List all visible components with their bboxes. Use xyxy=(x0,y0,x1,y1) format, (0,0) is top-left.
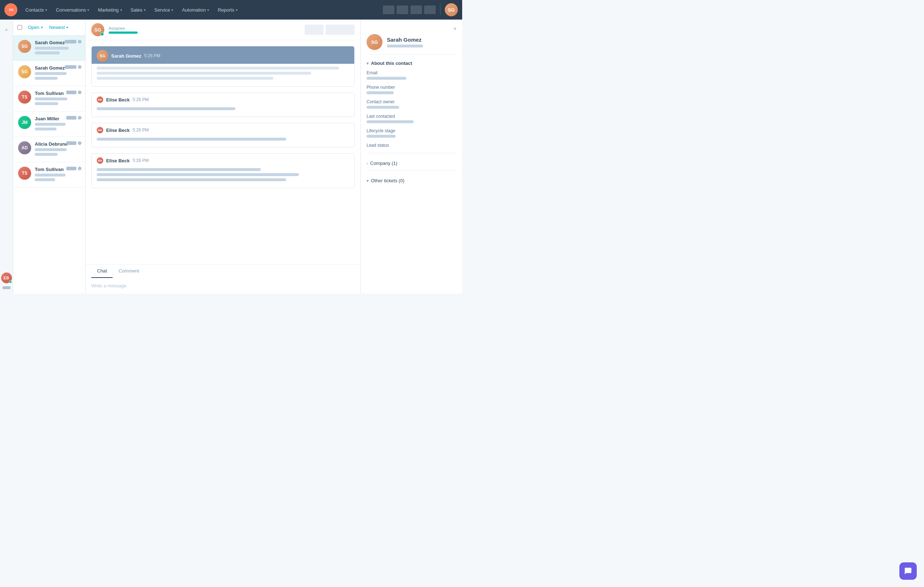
field-email: Email xyxy=(366,70,456,80)
assignee-info: Assignee xyxy=(109,26,300,34)
nav-service[interactable]: Service ▾ xyxy=(151,5,177,15)
conv-badges xyxy=(65,40,81,43)
sidebar-bottom: EB xyxy=(1,273,12,289)
badge-dot xyxy=(78,91,81,94)
message-input[interactable]: Write a message xyxy=(86,278,360,293)
conv-item[interactable]: SG Sarah Gomez xyxy=(13,35,85,61)
msg-line xyxy=(97,173,299,176)
conv-preview-line2 xyxy=(35,77,58,80)
msg-line xyxy=(97,178,286,181)
current-user-avatar[interactable]: EB xyxy=(1,273,12,283)
nav-btn-3[interactable] xyxy=(410,5,422,14)
navbar-right: SG xyxy=(383,3,458,16)
sidebar-toggle: » EB xyxy=(0,20,13,293)
field-lead-status: Lead status xyxy=(366,143,456,148)
newest-filter[interactable]: Newest ▾ xyxy=(47,23,70,31)
owner-value-bar xyxy=(366,106,399,109)
panel-expand-row: » xyxy=(366,25,456,31)
phone-value-bar xyxy=(366,91,394,94)
about-chevron-icon: ▾ xyxy=(366,61,369,66)
expand-panel-icon[interactable]: » xyxy=(454,25,456,31)
header-btn-1[interactable] xyxy=(305,25,323,35)
field-lifecycle: Lifecycle stage xyxy=(366,128,456,138)
navbar: HS Contacts ▾ Conversations ▾ Marketing … xyxy=(0,0,462,20)
tab-comment[interactable]: Comment xyxy=(113,265,145,278)
conv-avatar: SG xyxy=(18,40,31,53)
company-expand-row[interactable]: › Company (1) xyxy=(366,158,456,169)
receiver-header-1: EB Elise Beck 5:26 PM xyxy=(92,93,354,105)
conv-item[interactable]: AD Alicia Debrune xyxy=(13,137,85,162)
contact-header: SG Sarah Gomez xyxy=(366,34,456,55)
sales-chevron-icon: ▾ xyxy=(144,8,145,12)
nav-conversations[interactable]: Conversations ▾ xyxy=(52,5,93,15)
message-bubble-receiver-1: EB Elise Beck 5:26 PM xyxy=(91,93,355,117)
newest-filter-chevron-icon: ▾ xyxy=(66,25,68,29)
header-btn-2[interactable] xyxy=(326,25,355,35)
nav-btn-2[interactable] xyxy=(397,5,408,14)
tickets-section: ▾ Other tickets (0) xyxy=(366,170,456,186)
conv-avatar: TS xyxy=(18,167,31,180)
msg-line xyxy=(97,107,236,110)
open-filter[interactable]: Open ▾ xyxy=(26,23,45,31)
nav-btn-4[interactable] xyxy=(424,5,436,14)
reports-chevron-icon: ▾ xyxy=(236,8,238,12)
conv-badges xyxy=(66,91,81,94)
nav-sales[interactable]: Sales ▾ xyxy=(127,5,150,15)
conv-badges xyxy=(66,167,81,170)
conv-items: SG Sarah Gomez SG Sarah Gomez xyxy=(13,35,85,293)
conv-item[interactable]: SG Sarah Gomez xyxy=(13,61,85,86)
right-panel: » SG Sarah Gomez ▾ About this contact Em… xyxy=(361,20,462,293)
conv-list-header: Open ▾ Newest ▾ xyxy=(13,20,85,35)
conv-badges xyxy=(65,65,81,69)
nav-marketing[interactable]: Marketing ▾ xyxy=(94,5,125,15)
msg-line xyxy=(97,138,286,141)
conv-item[interactable]: JM Juan Miller xyxy=(13,112,85,137)
open-filter-chevron-icon: ▾ xyxy=(41,25,43,29)
hubspot-logo[interactable]: HS xyxy=(4,3,17,16)
contact-subtitle-bar xyxy=(387,45,423,48)
tab-chat[interactable]: Chat xyxy=(91,265,113,278)
select-all-checkbox[interactable] xyxy=(17,25,22,30)
about-section-header[interactable]: ▾ About this contact xyxy=(366,61,456,66)
messages-area: SG Sarah Gomez 5:26 PM EB Elise Be xyxy=(86,40,360,264)
conv-badges xyxy=(66,141,81,145)
conv-preview-line2 xyxy=(35,127,56,131)
badge xyxy=(66,167,76,170)
online-status-dot xyxy=(9,281,12,283)
msg-line xyxy=(97,168,261,171)
user-avatar[interactable]: SG xyxy=(445,3,458,16)
conv-preview-line xyxy=(35,98,68,100)
badge-dot xyxy=(78,141,81,145)
conv-header: SG Assignee xyxy=(86,20,360,40)
tickets-expand-row[interactable]: ▾ Other tickets (0) xyxy=(366,175,456,186)
assignee-avatar: SG xyxy=(91,23,104,36)
contacts-chevron-icon: ▾ xyxy=(45,8,47,12)
nav-automation[interactable]: Automation ▾ xyxy=(178,5,213,15)
conv-preview-line2 xyxy=(35,51,60,55)
msg-sender-avatar: SG xyxy=(97,50,108,61)
service-chevron-icon: ▾ xyxy=(171,8,173,12)
badge-dot xyxy=(78,167,81,170)
nav-btn-1[interactable] xyxy=(383,5,394,14)
conv-preview-line xyxy=(35,72,67,75)
receiver-header-3: EB Elise Beck 5:26 PM xyxy=(92,154,354,166)
contact-avatar: SG xyxy=(366,34,383,50)
conv-item[interactable]: TS Tom Sullivan xyxy=(13,86,85,112)
middle-panel: SG Assignee SG Sarah Gomez xyxy=(86,20,361,293)
msg-sender-header: SG Sarah Gomez 5:26 PM xyxy=(92,46,354,64)
conv-item[interactable]: TS Tom Sullivan xyxy=(13,162,85,188)
conv-preview-line xyxy=(35,148,67,151)
msg-sender-body xyxy=(92,64,354,86)
nav-contacts[interactable]: Contacts ▾ xyxy=(22,5,51,15)
conv-badges xyxy=(66,116,81,119)
marketing-chevron-icon: ▾ xyxy=(120,8,122,12)
company-section: › Company (1) xyxy=(366,153,456,169)
conv-avatar: JM xyxy=(18,116,31,129)
nav-reports[interactable]: Reports ▾ xyxy=(214,5,241,15)
conv-avatar: TS xyxy=(18,91,31,104)
badge-dot xyxy=(78,65,81,69)
email-value-bar xyxy=(366,77,406,80)
receiver-header-2: EB Elise Beck 5:26 PM xyxy=(92,123,354,136)
conv-avatar: SG xyxy=(18,65,31,78)
collapse-toggle[interactable]: » xyxy=(2,25,11,34)
